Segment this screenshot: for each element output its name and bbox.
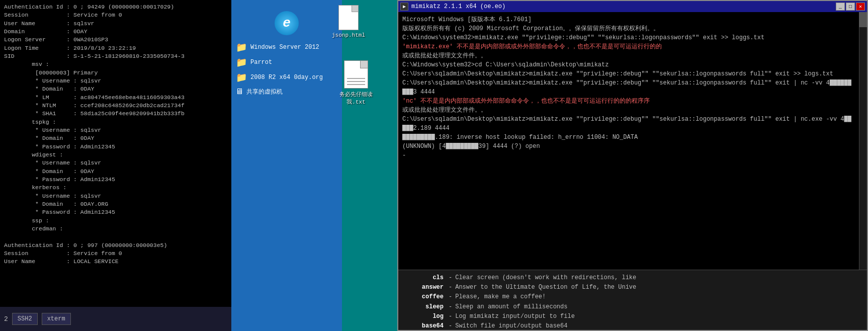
help-row: sleep - Sleep an amount of milliseconds <box>403 302 862 312</box>
terminal-line: C:\Windows\system32>mimikatz.exe ""privi… <box>402 33 854 42</box>
taskbar: 2 SSH2 xterm <box>0 307 231 331</box>
mimikatz-content: Microsoft Windows [版版本本 6.1.7601]版版权权所所有… <box>398 12 867 330</box>
terminal-line: - <box>402 151 854 160</box>
help-dash: - <box>449 292 452 302</box>
close-button[interactable]: ✕ <box>856 3 865 11</box>
terminal-line: (UNKNOWN) [4█████████39] 4444 (?) open <box>402 142 854 151</box>
window-controls: _ □ ✕ <box>836 3 865 11</box>
help-command: answer <box>403 283 444 292</box>
mimikatz-terminal-output[interactable]: Microsoft Windows [版版本本 6.1.7601]版版权权所所有… <box>398 12 867 270</box>
folder-2008r2[interactable]: 📁 2008 R2 x64 0day.org <box>231 70 342 85</box>
help-dash: - <box>449 302 452 312</box>
terminal-line: C:\Windows\system32>cd C:\Users\sqladmin… <box>402 60 854 69</box>
help-description: Log mimikatz input/output to file <box>455 312 575 321</box>
mimikatz-title-text: mimikatz 2.1.1 x64 (oe.eo) <box>411 3 505 10</box>
shared-icon: 🖥 <box>235 87 243 97</box>
help-description: Answer to the Ultimate Question of Life,… <box>455 283 636 292</box>
minimize-button[interactable]: _ <box>836 3 845 11</box>
help-command: coffee <box>403 292 444 302</box>
terminal-line: 版版权权所所有有 (c) 2009 Microsoft Corporation。… <box>402 24 854 33</box>
mimikatz-window: ▶ mimikatz 2.1.1 x64 (oe.eo) _ □ ✕ Micro… <box>397 0 868 331</box>
terminal-line: 'nc' 不不是是内内部部或或外外部部命命令令，，也也不不是是可可运运行行的的的… <box>402 97 854 106</box>
help-dash: - <box>449 283 452 292</box>
terminal-line: C:\Users\sqladmin\Desktop\mimikatz>mimik… <box>402 115 854 133</box>
folder-parrot[interactable]: 📁 Parrot <box>231 55 342 69</box>
folder-windows-server-2012[interactable]: 📁 Windows Server 2012 <box>231 40 342 54</box>
help-row: base64 - Switch file input/output base64 <box>403 321 862 330</box>
ie-icon[interactable]: e <box>275 11 299 35</box>
folder-icon: 📁 <box>235 42 247 52</box>
help-command: sleep <box>403 302 444 312</box>
terminal-line: █████████.189: inverse host lookup faile… <box>402 133 854 142</box>
note-file-label: 务必先仔细读 我.txt <box>339 91 373 106</box>
scrollbar[interactable] <box>859 12 867 270</box>
terminal-line: 'mimikatz.exe' 不不是是内内部部或或外外部部命命令令，，也也不不是… <box>402 42 854 51</box>
help-row: cls - Clear screen (doesn't work with re… <box>403 273 862 283</box>
jsonp-file-icon[interactable] <box>338 5 359 30</box>
folder-label: 2008 R2 x64 0day.org <box>250 74 323 81</box>
jsonp-file-area[interactable]: jsonp.html <box>332 5 365 38</box>
help-dash: - <box>449 312 452 321</box>
terminal-output: Authentication Id : 0 ; 94249 (00000000:… <box>4 3 227 266</box>
help-command: cls <box>403 273 444 283</box>
terminal-line: Microsoft Windows [版版本本 6.1.7601] <box>402 15 854 24</box>
help-row: log - Log mimikatz input/output to file <box>403 312 862 321</box>
folder-label: Windows Server 2012 <box>250 44 319 51</box>
mimikatz-help-panel: cls - Clear screen (doesn't work with re… <box>398 270 867 330</box>
help-description: Sleep an amount of milliseconds <box>455 302 567 312</box>
note-file-icon[interactable] <box>344 60 368 89</box>
folder-icon: 📁 <box>235 57 247 67</box>
help-description: Clear screen (doesn't work with redirect… <box>455 273 636 283</box>
shared-label: 共享的虚拟机 <box>246 88 283 96</box>
taskbar-number: 2 <box>4 315 8 323</box>
help-description: Please, make me a coffee! <box>455 292 546 302</box>
help-row: answer - Answer to the Ultimate Question… <box>403 283 862 292</box>
terminal-line: C:\Users\sqladmin\Desktop\mimikatz>mimik… <box>402 69 854 78</box>
scrollbar-thumb[interactable] <box>859 12 867 27</box>
mimikatz-title-icon: ▶ <box>400 3 408 11</box>
help-command: log <box>403 312 444 321</box>
terminal-line: 或或批批处处理理文文件件。。 <box>402 106 854 115</box>
mimikatz-titlebar: ▶ mimikatz 2.1.1 x64 (oe.eo) _ □ ✕ <box>398 1 867 12</box>
jsonp-file-label: jsonp.html <box>332 32 365 38</box>
help-description: Switch file input/output base64 <box>455 321 567 330</box>
shared-vm-item[interactable]: 🖥 共享的虚拟机 <box>231 86 342 98</box>
note-file-area[interactable]: 务必先仔细读 我.txt <box>336 60 376 106</box>
maximize-button[interactable]: □ <box>846 3 855 11</box>
desktop-middle: e 📁 Windows Server 2012 📁 Parrot 📁 2008 … <box>231 0 342 331</box>
taskbar-ssh2[interactable]: SSH2 <box>12 313 38 325</box>
help-row: coffee - Please, make me a coffee! <box>403 292 862 302</box>
folder-label: Parrot <box>250 59 272 66</box>
folder-icon: 📁 <box>235 72 247 82</box>
title-left: ▶ mimikatz 2.1.1 x64 (oe.eo) <box>400 3 505 11</box>
help-command: base64 <box>403 321 444 330</box>
left-terminal: Authentication Id : 0 ; 94249 (00000000:… <box>0 0 231 307</box>
terminal-line: C:\Users\sqladmin\Desktop\mimikatz>mimik… <box>402 78 854 97</box>
terminal-line: 或或批批处处理理文文件件。。 <box>402 51 854 60</box>
help-dash: - <box>449 321 452 330</box>
help-dash: - <box>449 273 452 283</box>
taskbar-xterm[interactable]: xterm <box>42 313 71 325</box>
ie-icon-group: e <box>231 4 342 39</box>
